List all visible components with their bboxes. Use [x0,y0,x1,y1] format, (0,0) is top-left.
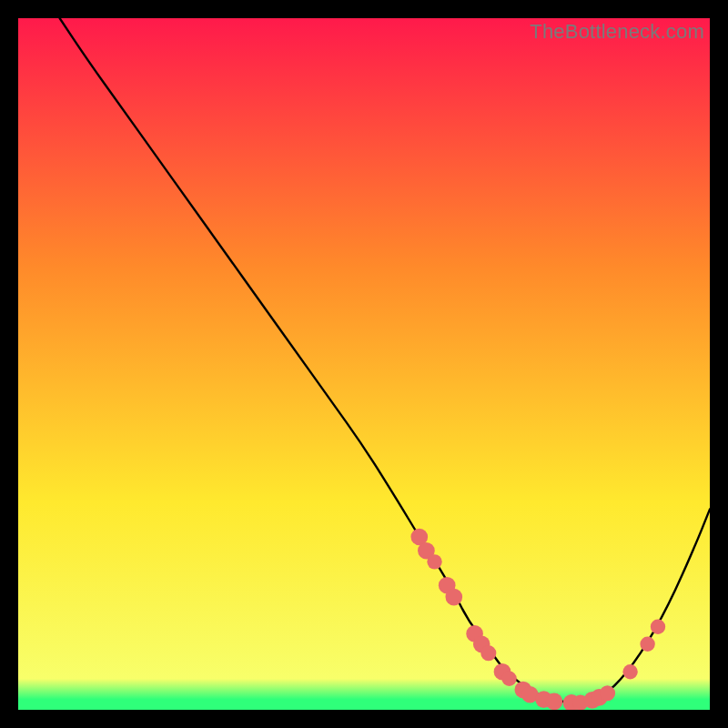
data-marker [480,645,496,661]
gradient-background [18,18,710,710]
chart-svg [18,18,710,710]
chart-frame: TheBottleneck.com [18,18,710,710]
data-marker [600,685,615,701]
data-marker [622,664,637,679]
data-marker [546,693,563,710]
data-marker [640,637,654,652]
data-marker [651,620,665,634]
data-marker [445,589,462,606]
data-marker [427,554,441,569]
data-marker [501,672,516,686]
watermark-text: TheBottleneck.com [530,20,704,44]
